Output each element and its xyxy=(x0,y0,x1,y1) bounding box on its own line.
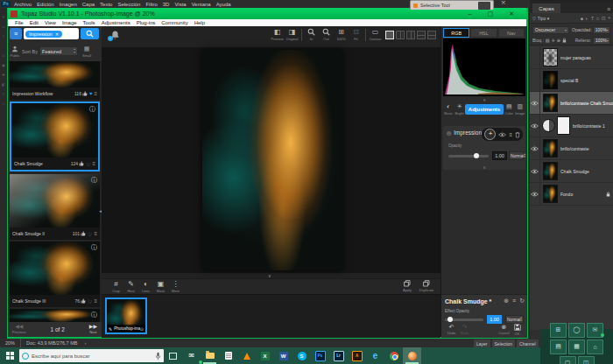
color-category-button[interactable]: ▤Color xyxy=(504,103,514,116)
preset-card[interactable]: ⓘ Chalk Smudge II 101 ♡ ≡ xyxy=(10,174,100,240)
info-icon[interactable]: ⓘ xyxy=(91,243,97,252)
layer-name[interactable]: brillo/contraste xyxy=(560,146,613,151)
layer-thumbnail[interactable] xyxy=(543,94,558,112)
filter-type-icon[interactable]: T xyxy=(591,16,594,21)
lock-all-icon[interactable] xyxy=(562,38,567,43)
stepper-icon[interactable]: ▴▾ xyxy=(74,48,75,54)
favorite-icon[interactable]: ♡ xyxy=(88,231,92,237)
tab-hsl[interactable]: HSL xyxy=(470,28,497,38)
menu-seleccion[interactable]: Selección xyxy=(117,2,140,7)
trash-icon[interactable] xyxy=(515,131,520,138)
zoom-out-button[interactable]: Out xyxy=(319,28,334,41)
taskbar-icon-chrome[interactable] xyxy=(384,347,403,364)
layer-name[interactable]: Fondo xyxy=(560,192,606,197)
preset-menu-icon[interactable]: ≡ xyxy=(94,91,97,96)
info-icon[interactable]: ⓘ xyxy=(91,176,97,185)
settings-gear-icon[interactable]: ⊛ xyxy=(504,298,509,304)
layer-name[interactable]: brillo/contraste 1 xyxy=(573,123,613,129)
original-button[interactable]: ◨Original xyxy=(285,28,299,41)
mask-tool-button[interactable]: ▣Mask xyxy=(153,281,168,293)
status-expander-icon[interactable]: › xyxy=(84,340,86,346)
visibility-toggle[interactable] xyxy=(530,183,540,205)
adjustment-layer-icon[interactable] xyxy=(542,119,555,132)
filter-pixel-icon[interactable]: ■ xyxy=(581,16,583,21)
search-tag[interactable]: Impression✕ xyxy=(25,31,62,38)
layer-thumbnail[interactable] xyxy=(543,185,558,203)
search-input[interactable]: Impression✕ xyxy=(24,28,79,39)
menu-community[interactable]: Community xyxy=(161,20,187,25)
taskbar-icon-topaz-studio[interactable] xyxy=(403,347,421,364)
taskbar-icon-lightroom[interactable]: Lr xyxy=(329,347,348,364)
slider-handle[interactable] xyxy=(447,317,453,322)
menu-tools[interactable]: Tools xyxy=(83,20,95,25)
thumbs-up-icon[interactable] xyxy=(81,231,86,236)
taskbar-icon-task-view[interactable] xyxy=(164,347,182,364)
layer-blend-mode-select[interactable]: Oscurecer▾ xyxy=(532,26,569,34)
previous-page-button[interactable]: ◀◀Previous xyxy=(12,325,26,334)
taskbar-search-input[interactable]: Escribe aquí para buscar xyxy=(19,349,164,362)
preset-card[interactable]: ⓘ Chalk Smudge III 76 ♡ ≡ xyxy=(10,242,100,307)
panel-menu-icon[interactable]: ≡ xyxy=(607,6,610,12)
layer-mask-thumbnail[interactable] xyxy=(557,116,570,135)
search-button[interactable] xyxy=(81,28,99,39)
remove-tag-icon[interactable]: ✕ xyxy=(55,32,59,37)
visibility-toggle[interactable] xyxy=(530,137,540,159)
selective-tool-window[interactable]: Selective Tool – ✕ xyxy=(410,0,494,10)
preset-card-selected[interactable]: ⓘ Chalk Smudge 124 ♡ ≡ xyxy=(10,102,100,172)
cancel-button[interactable]: ⊗Cancel xyxy=(497,324,511,335)
menu-texto[interactable]: Texto xyxy=(100,2,112,7)
target-selection-button[interactable]: Selection xyxy=(492,340,516,347)
lens-tool-button[interactable]: ◐Lens xyxy=(138,281,153,293)
visibility-toggle[interactable] xyxy=(530,160,540,182)
layer-opacity-select[interactable]: 100%▾ xyxy=(593,26,610,34)
panel-menu-button[interactable]: ≡ xyxy=(10,28,22,39)
collapse-chevron-icon[interactable]: ∧ xyxy=(441,97,527,102)
menu-edit[interactable]: Edit xyxy=(30,20,39,25)
tab-nav[interactable]: Nav xyxy=(498,28,525,38)
filter-shape-icon[interactable]: □ xyxy=(596,16,599,21)
taskbar-icon-notepad[interactable] xyxy=(219,347,237,364)
visibility-eye-icon[interactable] xyxy=(498,132,506,137)
menu-adjustments[interactable]: Adjustments xyxy=(102,20,130,25)
tab-capas[interactable]: Capas xyxy=(532,4,560,13)
taskbar-icon-mail[interactable]: ✉ xyxy=(182,347,201,364)
adjustment-menu-icon[interactable]: ≡ xyxy=(509,132,512,137)
split-view-toggle[interactable] xyxy=(396,31,405,39)
single-view-toggle[interactable] xyxy=(385,31,394,39)
layer-row[interactable]: Chalk Smudge xyxy=(530,160,613,183)
visibility-toggle[interactable] xyxy=(530,115,540,136)
lock-pixels-icon[interactable]: ✛ xyxy=(552,38,555,43)
layer-row[interactable]: brillo/contraste xyxy=(530,137,613,160)
edit-pencil-icon[interactable]: ✎ xyxy=(109,326,112,332)
zoom-100-button[interactable]: ⊞100% xyxy=(334,28,349,41)
topaz-window-controls[interactable]: – ▢ ✕ xyxy=(469,10,521,18)
menu-archivo[interactable]: Archivo xyxy=(14,2,32,7)
reset-icon[interactable]: ↻ xyxy=(519,298,525,304)
filter-kind-select[interactable]: Tipo ▾ xyxy=(538,16,549,21)
menu-3d[interactable]: 3D xyxy=(163,2,170,7)
shortcut-mail-icon[interactable]: ✉ xyxy=(587,323,603,338)
menu-imagen[interactable]: Imagen xyxy=(60,2,77,7)
layer-name[interactable]: brillo/contraste Chalk Smudge II xyxy=(560,101,613,106)
layer-name[interactable]: Chalk Smudge xyxy=(560,169,613,174)
image-canvas[interactable] xyxy=(102,47,440,273)
more-tools-button[interactable]: ⋮More xyxy=(168,281,183,293)
visibility-toggle[interactable] xyxy=(530,69,540,91)
heal-tool-button[interactable]: ✎Heal xyxy=(123,281,138,293)
shortcut-window-icon[interactable]: ◫ xyxy=(578,356,595,364)
preset-menu-icon[interactable]: ≡ xyxy=(92,161,95,166)
info-icon[interactable]: ⓘ xyxy=(89,105,95,114)
microphone-icon[interactable] xyxy=(155,352,161,360)
image-category-button[interactable]: ▥Image xyxy=(515,103,525,116)
preset-card[interactable]: Impression Workflow 116 ♥ ≡ xyxy=(10,61,100,100)
taskbar-icon-skype[interactable]: S xyxy=(292,347,311,364)
taskbar-icon-photoshop[interactable]: Ps xyxy=(311,347,329,364)
sort-select[interactable]: Featured ▴▾ xyxy=(39,46,78,56)
favorite-icon[interactable]: ♡ xyxy=(88,298,92,304)
layer-thumbnail[interactable] xyxy=(543,48,558,66)
preset-menu-icon[interactable]: ≡ xyxy=(94,231,97,236)
thumbnail-size-toggle[interactable]: ▦ Small xyxy=(80,46,94,58)
filter-adjustment-icon[interactable]: ◐ xyxy=(586,16,588,21)
taskbar-icon-audition[interactable]: A xyxy=(348,347,366,364)
split-view-toggle[interactable] xyxy=(406,31,415,39)
